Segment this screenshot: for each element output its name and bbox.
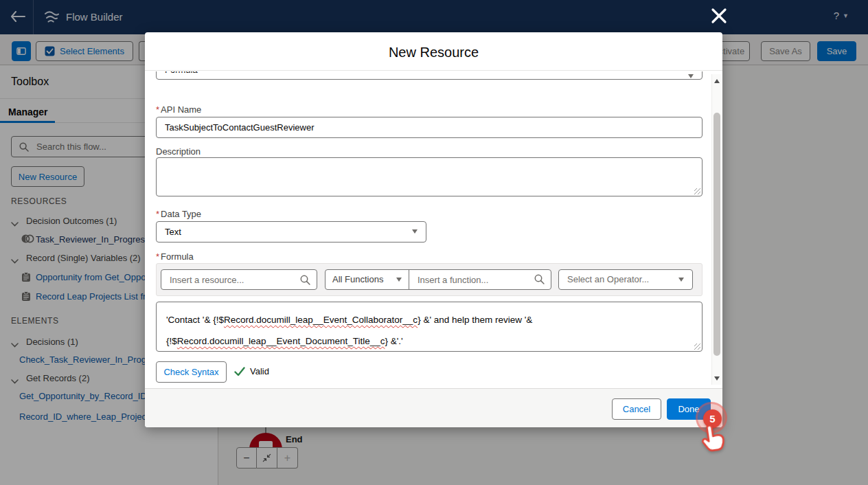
data-type-value: Text [165,227,181,237]
scroll-down-arrow[interactable] [714,376,720,381]
insert-function-input[interactable] [416,271,515,289]
formula-line-1: 'Contact '& {!$Record.documill_leap__Eve… [166,309,692,330]
search-icon [534,274,545,287]
modal-title: New Resource [145,45,722,60]
resize-handle[interactable] [694,188,700,194]
chevron-down-icon [396,278,402,282]
cancel-label: Cancel [623,404,650,414]
formula-text-misspelled: Record.documill_leap__Event_Document_Tit… [177,336,385,346]
chevron-down-icon [678,278,684,282]
modal-header: New Resource [145,32,722,71]
required-asterisk: * [156,209,159,219]
insert-function-box [409,270,551,289]
operator-select[interactable]: Select an Operator... [558,269,693,290]
required-asterisk: * [156,251,159,262]
data-type-label-text: Data Type [161,209,201,219]
data-type-select[interactable]: Text [156,221,426,242]
insert-resource-input[interactable] [168,271,285,289]
formula-text: } &' and help them review '& [418,315,532,325]
modal-footer: Cancel Done [145,388,722,427]
formula-builder-toolbar: All Functions Select an Operator... [156,263,703,296]
formula-text: } &'.' [385,336,402,346]
modal-content: Formula *API Name Description *Data Type… [145,71,722,388]
api-name-label: *API Name [156,104,201,115]
api-name-label-text: API Name [161,104,201,115]
close-icon [710,7,728,25]
syntax-valid-status: Valid [234,366,269,376]
cancel-button[interactable]: Cancel [612,398,661,420]
check-icon [234,367,245,376]
operator-placeholder: Select an Operator... [567,274,649,284]
description-label: Description [156,146,201,157]
modal-close-button[interactable] [706,6,727,27]
insert-resource-box [161,269,317,290]
modal-scrollbar[interactable] [711,74,722,385]
scroll-up-arrow[interactable] [714,79,720,83]
formula-text: 'Contact '& {!$ [166,315,224,325]
check-syntax-label: Check Syntax [163,367,218,377]
resize-handle[interactable] [694,343,700,350]
function-category-select[interactable]: All Functions [326,270,409,289]
formula-text: {!$ [166,336,177,346]
api-name-input[interactable] [156,117,703,138]
new-resource-modal: New Resource Formula *API Name Descripti… [145,32,722,427]
chevron-down-icon [688,74,694,78]
resource-type-select[interactable]: Formula [156,71,703,80]
formula-label-text: Formula [161,251,194,262]
data-type-label: *Data Type [156,209,201,219]
formula-label: *Formula [156,251,194,262]
formula-textarea[interactable]: 'Contact '& {!$Record.documill_leap__Eve… [156,302,703,352]
scrollbar-thumb[interactable] [713,113,720,356]
formula-text-misspelled: Record.documill_leap__Event_Collaborator… [224,315,418,325]
function-picker-group: All Functions [325,269,551,290]
formula-line-2: {!$Record.documill_leap__Event_Document_… [166,330,692,352]
chevron-down-icon [412,229,418,234]
search-icon [300,275,310,288]
flow-builder-screen: Flow Builder ?▼ Select Elements Activate… [0,0,868,485]
required-asterisk: * [156,104,159,115]
done-label: Done [678,404,699,414]
description-textarea[interactable] [156,157,703,196]
done-button[interactable]: Done [667,398,711,420]
resource-type-value: Formula [165,71,198,75]
check-syntax-button[interactable]: Check Syntax [156,361,227,383]
valid-label: Valid [250,366,269,376]
function-category-value: All Functions [332,274,383,284]
